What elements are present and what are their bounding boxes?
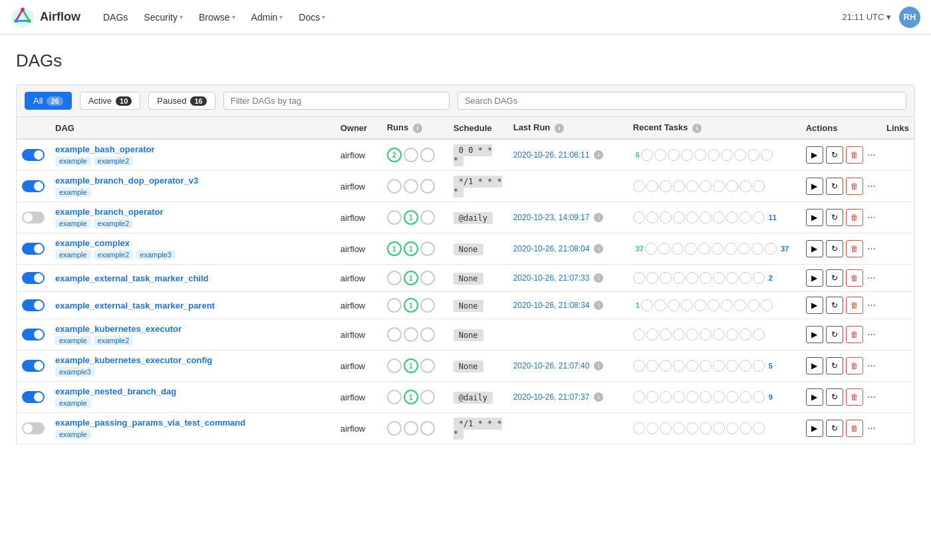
dag-name-link[interactable]: example_complex (55, 238, 330, 248)
last-run-info-icon[interactable]: i (594, 301, 603, 310)
nav-security[interactable]: Security ▾ (137, 8, 190, 27)
filter-all-button[interactable]: All 26 (25, 92, 72, 110)
trigger-dag-button[interactable]: ▶ (806, 146, 823, 164)
run-circle[interactable]: 1 (404, 271, 418, 285)
trigger-dag-button[interactable]: ▶ (806, 209, 823, 226)
last-run-info-icon[interactable]: i (594, 273, 603, 283)
dag-tag[interactable]: example2 (94, 156, 134, 166)
nav-browse[interactable]: Browse ▾ (192, 8, 242, 27)
last-run-value[interactable]: 2020-10-26, 21:08:11i (513, 150, 622, 160)
dag-tag[interactable]: example3 (136, 250, 176, 259)
delete-dag-button[interactable]: 🗑 (846, 388, 863, 406)
run-circle[interactable]: 1 (404, 210, 418, 225)
dag-toggle-example_nested_branch_dag[interactable] (22, 391, 45, 403)
more-actions-button[interactable]: ··· (867, 299, 876, 311)
dag-name-link[interactable]: example_kubernetes_executor_config (55, 355, 330, 365)
last-run-info-icon[interactable]: i (594, 213, 603, 222)
run-circle[interactable]: 1 (404, 390, 418, 404)
dag-toggle-example_bash_operator[interactable] (22, 149, 45, 161)
last-run-info-icon[interactable]: i (594, 244, 603, 253)
more-actions-button[interactable]: ··· (867, 391, 876, 403)
dag-tag[interactable]: example (55, 219, 91, 228)
dag-name-link[interactable]: example_bash_operator (55, 144, 330, 154)
refresh-dag-button[interactable]: ↻ (826, 146, 843, 164)
dag-toggle-example_branch_dop_operator_v3[interactable] (22, 180, 45, 192)
refresh-dag-button[interactable]: ↻ (826, 357, 843, 374)
dag-toggle-example_passing_params_via_test_command[interactable] (22, 422, 45, 434)
refresh-dag-button[interactable]: ↻ (826, 178, 843, 195)
runs-info-icon[interactable]: i (413, 124, 422, 133)
dag-name-link[interactable]: example_external_task_marker_child (55, 273, 330, 283)
dag-toggle-example_external_task_marker_parent[interactable] (22, 299, 45, 311)
delete-dag-button[interactable]: 🗑 (846, 240, 863, 257)
refresh-dag-button[interactable]: ↻ (826, 240, 843, 257)
dag-toggle-example_branch_operator[interactable] (22, 211, 45, 223)
trigger-dag-button[interactable]: ▶ (806, 297, 823, 314)
tasks-info-icon[interactable]: i (692, 124, 702, 133)
dag-tag[interactable]: example2 (94, 336, 134, 345)
refresh-dag-button[interactable]: ↻ (826, 420, 843, 437)
delete-dag-button[interactable]: 🗑 (846, 146, 863, 164)
run-circle[interactable]: 2 (387, 148, 402, 162)
nav-docs[interactable]: Docs ▾ (292, 8, 332, 27)
dag-search-input[interactable] (458, 92, 906, 110)
dag-name-link[interactable]: example_external_task_marker_parent (55, 301, 330, 311)
trigger-dag-button[interactable]: ▶ (806, 240, 823, 257)
dag-tag[interactable]: example3 (55, 367, 95, 376)
nav-dags[interactable]: DAGs (96, 8, 134, 27)
dag-tag[interactable]: example2 (94, 219, 134, 228)
refresh-dag-button[interactable]: ↻ (826, 388, 843, 406)
lastrun-info-icon[interactable]: i (555, 124, 564, 133)
refresh-dag-button[interactable]: ↻ (826, 269, 843, 287)
delete-dag-button[interactable]: 🗑 (846, 178, 863, 195)
user-avatar[interactable]: RH (899, 7, 920, 28)
delete-dag-button[interactable]: 🗑 (846, 326, 863, 343)
tag-filter-input[interactable] (223, 92, 450, 110)
more-actions-button[interactable]: ··· (867, 422, 876, 434)
delete-dag-button[interactable]: 🗑 (846, 357, 863, 374)
current-time[interactable]: 21:11 UTC ▾ (843, 12, 892, 22)
dag-toggle-example_complex[interactable] (22, 243, 45, 255)
last-run-value[interactable]: 2020-10-26, 21:07:40i (513, 361, 622, 370)
run-circle[interactable]: 1 (404, 241, 418, 256)
run-circle[interactable]: 1 (404, 358, 418, 373)
delete-dag-button[interactable]: 🗑 (846, 269, 863, 287)
dag-name-link[interactable]: example_branch_dop_operator_v3 (55, 176, 330, 186)
run-circle[interactable]: 1 (404, 298, 418, 313)
trigger-dag-button[interactable]: ▶ (806, 388, 823, 406)
dag-toggle-example_external_task_marker_child[interactable] (22, 272, 45, 284)
last-run-info-icon[interactable]: i (594, 392, 603, 402)
more-actions-button[interactable]: ··· (867, 180, 876, 192)
last-run-value[interactable]: 2020-10-23, 14:09:17i (513, 213, 622, 222)
dag-toggle-example_kubernetes_executor[interactable] (22, 329, 45, 341)
dag-tag[interactable]: example (55, 430, 91, 439)
more-actions-button[interactable]: ··· (867, 243, 876, 255)
dag-name-link[interactable]: example_nested_branch_dag (55, 386, 330, 396)
dag-tag[interactable]: example (55, 250, 91, 259)
delete-dag-button[interactable]: 🗑 (846, 209, 863, 226)
dag-name-link[interactable]: example_kubernetes_executor (55, 324, 330, 334)
dag-tag[interactable]: example (55, 398, 91, 408)
delete-dag-button[interactable]: 🗑 (846, 420, 863, 437)
dag-name-link[interactable]: example_branch_operator (55, 207, 330, 217)
trigger-dag-button[interactable]: ▶ (806, 178, 823, 195)
nav-admin[interactable]: Admin ▾ (245, 8, 290, 27)
trigger-dag-button[interactable]: ▶ (806, 357, 823, 374)
refresh-dag-button[interactable]: ↻ (826, 326, 843, 343)
last-run-value[interactable]: 2020-10-26, 21:07:33i (513, 273, 622, 283)
last-run-info-icon[interactable]: i (594, 361, 603, 370)
last-run-value[interactable]: 2020-10-26, 21:08:04i (513, 244, 622, 253)
dag-tag[interactable]: example (55, 188, 91, 197)
filter-active-button[interactable]: Active 10 (80, 92, 141, 110)
refresh-dag-button[interactable]: ↻ (826, 297, 843, 314)
more-actions-button[interactable]: ··· (867, 360, 876, 372)
brand[interactable]: Airflow (11, 5, 80, 29)
dag-tag[interactable]: example (55, 156, 91, 166)
last-run-value[interactable]: 2020-10-26, 21:08:34i (513, 301, 622, 310)
last-run-info-icon[interactable]: i (594, 150, 603, 160)
delete-dag-button[interactable]: 🗑 (846, 297, 863, 314)
dag-tag[interactable]: example (55, 336, 91, 345)
more-actions-button[interactable]: ··· (867, 272, 876, 284)
run-circle[interactable]: 1 (387, 241, 402, 256)
more-actions-button[interactable]: ··· (867, 211, 876, 223)
